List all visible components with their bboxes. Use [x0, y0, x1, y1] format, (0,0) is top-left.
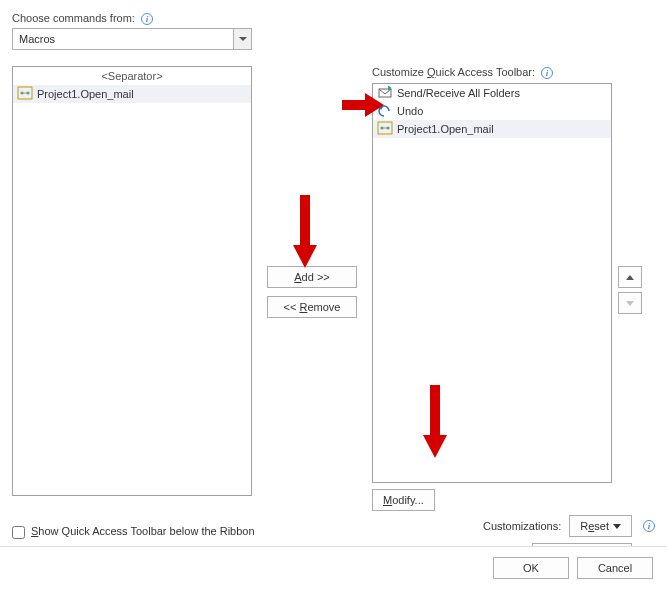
list-item-label: Undo: [397, 105, 423, 117]
cancel-button[interactable]: Cancel: [577, 557, 653, 579]
chevron-up-icon: [626, 275, 634, 280]
ok-button[interactable]: OK: [493, 557, 569, 579]
dialog-footer: OK Cancel: [0, 546, 667, 589]
remove-button[interactable]: << Remove: [267, 296, 357, 318]
chevron-down-icon: [613, 524, 621, 529]
reset-button[interactable]: Reset: [569, 515, 632, 537]
list-item[interactable]: Undo: [373, 102, 611, 120]
info-icon[interactable]: i: [541, 67, 553, 79]
commands-source-value: Macros: [19, 33, 55, 45]
commands-source-dropdown[interactable]: Macros: [12, 28, 252, 50]
info-icon[interactable]: i: [643, 520, 655, 532]
sendreceive-icon: [377, 85, 393, 101]
list-item-label: Project1.Open_mail: [397, 123, 494, 135]
separator-item[interactable]: <Separator>: [13, 67, 251, 85]
separator-label: <Separator>: [101, 70, 162, 82]
list-item[interactable]: Send/Receive All Folders: [373, 84, 611, 102]
dropdown-toggle[interactable]: [233, 29, 251, 49]
remove-button-rest: emove: [307, 301, 340, 313]
list-item-label: Send/Receive All Folders: [397, 87, 520, 99]
customize-qat-label: Customize Quick Access Toolbar: i: [372, 66, 612, 79]
list-item-label: Project1.Open_mail: [37, 88, 134, 100]
list-item[interactable]: Project1.Open_mail: [13, 85, 251, 103]
qat-commands-list[interactable]: Send/Receive All Folders Undo Project1.O…: [372, 83, 612, 483]
info-icon[interactable]: i: [141, 13, 153, 25]
move-up-button[interactable]: [618, 266, 642, 288]
macro-icon: [377, 121, 393, 137]
add-button[interactable]: Add >>: [267, 266, 357, 288]
checkbox-input[interactable]: [12, 526, 25, 539]
undo-icon: [377, 103, 393, 119]
move-down-button[interactable]: [618, 292, 642, 314]
modify-button[interactable]: Modify...: [372, 489, 435, 511]
cancel-label: Cancel: [598, 562, 632, 574]
choose-commands-label: Choose commands from: i: [12, 12, 655, 25]
ok-label: OK: [523, 562, 539, 574]
choose-commands-text: Choose commands from:: [12, 12, 135, 24]
chevron-down-icon: [626, 301, 634, 306]
customizations-label: Customizations:: [483, 520, 561, 532]
available-commands-list[interactable]: <Separator> Project1.Open_mail: [12, 66, 252, 496]
list-item[interactable]: Project1.Open_mail: [373, 120, 611, 138]
chevron-down-icon: [239, 37, 247, 41]
macro-icon: [17, 86, 33, 102]
show-qat-below-ribbon-checkbox[interactable]: Show Quick Access Toolbar below the Ribb…: [12, 525, 292, 539]
add-button-rest: dd >>: [302, 271, 330, 283]
